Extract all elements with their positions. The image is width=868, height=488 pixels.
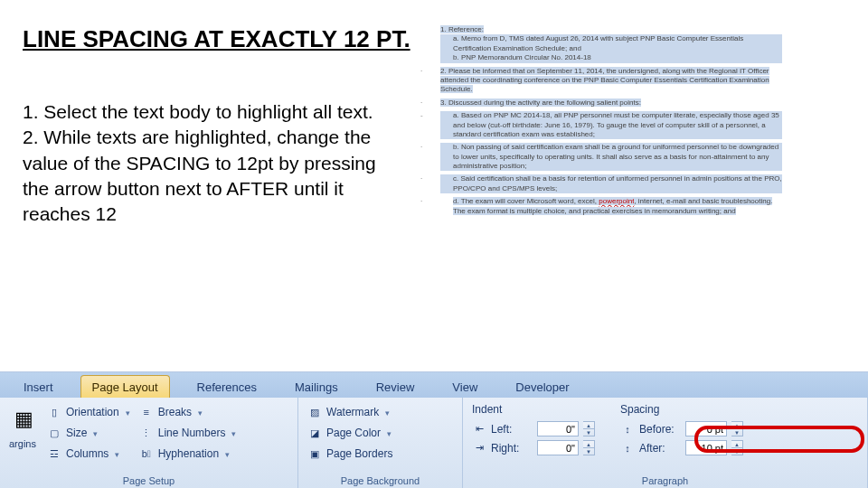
orientation-button[interactable]: ▯Orientation — [47, 403, 130, 421]
line-numbers-button[interactable]: ⋮Line Numbers — [139, 424, 237, 442]
word-ribbon: Insert Page Layout References Mailings R… — [0, 371, 868, 488]
page-background-group-label: Page Background — [307, 474, 453, 486]
line-numbers-icon: ⋮ — [139, 426, 154, 440]
page-color-button[interactable]: ◪Page Color — [307, 424, 392, 442]
paragraph-group-label: Paragraph — [472, 474, 858, 486]
indent-right-icon: ⇥ — [472, 441, 486, 455]
tab-page-layout[interactable]: Page Layout — [80, 375, 170, 398]
breaks-button[interactable]: ≡Breaks — [139, 403, 237, 421]
hyphenation-icon: bͨ — [139, 446, 154, 461]
size-icon: ▢ — [47, 426, 61, 440]
page-borders-button[interactable]: ▣Page Borders — [307, 445, 392, 463]
document-preview: 1. Reference: a. Memo from D, TMS dated … — [420, 25, 782, 296]
indent-left-spinner[interactable]: ▲▼ — [583, 421, 595, 436]
tab-review[interactable]: Review — [365, 376, 426, 398]
instruction-text: 1. Select the text body to highlight all… — [23, 99, 380, 228]
size-button[interactable]: ▢Size — [47, 424, 130, 442]
tab-references[interactable]: References — [186, 376, 268, 398]
watermark-icon: ▨ — [307, 405, 322, 419]
breaks-icon: ≡ — [139, 405, 154, 419]
spacing-before-icon: ↕ — [620, 422, 635, 436]
page-borders-icon: ▣ — [307, 446, 322, 461]
margins-icon[interactable]: ▦ — [9, 403, 38, 436]
tab-developer[interactable]: Developer — [505, 376, 580, 398]
page-color-icon: ◪ — [307, 426, 322, 440]
orientation-icon: ▯ — [47, 405, 61, 419]
spacing-after-spinner[interactable]: ▲▼ — [731, 440, 743, 455]
tab-insert[interactable]: Insert — [13, 376, 64, 398]
indent-block: Indent ⇤ Left: 0" ▲▼ ⇥ Right: 0" ▲▼ — [472, 403, 595, 455]
indent-left-icon: ⇤ — [472, 422, 486, 436]
spacing-before-input[interactable]: 0 pt — [685, 421, 727, 436]
columns-icon: ☲ — [47, 446, 61, 461]
slide-title: LINE SPACING AT EXACTLY 12 PT. — [23, 25, 410, 53]
watermark-button[interactable]: ▨Watermark — [307, 403, 392, 421]
tab-mailings[interactable]: Mailings — [284, 376, 349, 398]
page-setup-group-label: Page Setup — [9, 474, 288, 486]
indent-right-input[interactable]: 0" — [537, 440, 579, 455]
margins-label: argins — [9, 438, 38, 449]
hyphenation-button[interactable]: bͨHyphenation — [139, 445, 237, 463]
indent-right-spinner[interactable]: ▲▼ — [583, 440, 595, 455]
spacing-before-spinner[interactable]: ▲▼ — [731, 421, 743, 436]
ribbon-tabs: Insert Page Layout References Mailings R… — [0, 372, 868, 398]
spacing-block: Spacing ↕ Before: 0 pt ▲▼ ↕ After: 10 pt… — [620, 403, 743, 455]
tab-view[interactable]: View — [441, 376, 488, 398]
spacing-after-input[interactable]: 10 pt — [685, 440, 727, 455]
spacing-after-icon: ↕ — [620, 441, 635, 455]
indent-left-input[interactable]: 0" — [537, 421, 579, 436]
columns-button[interactable]: ☲Columns — [47, 445, 130, 463]
